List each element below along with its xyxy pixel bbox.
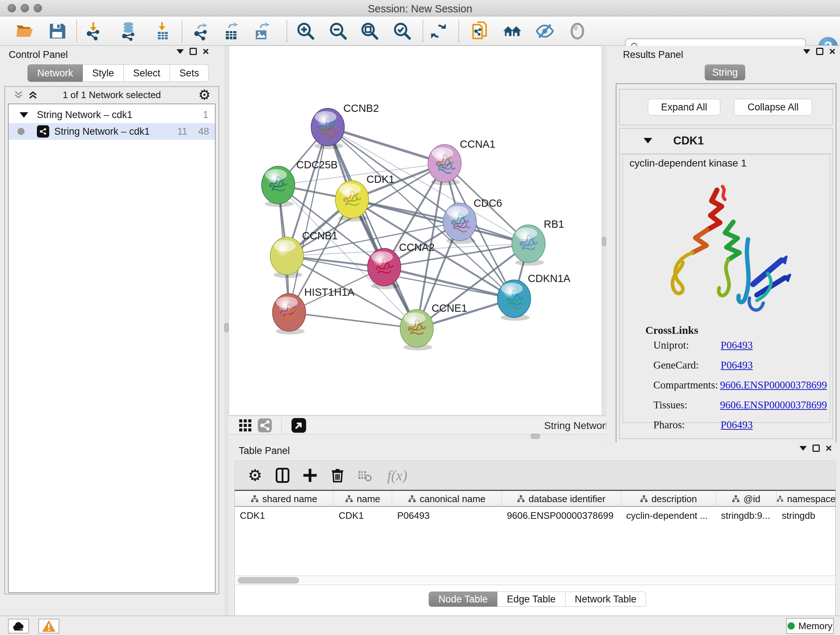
panel-close-icon[interactable]: × <box>829 48 836 55</box>
node-HIST1H1A[interactable] <box>272 294 306 334</box>
tab-network[interactable]: Network <box>27 65 83 82</box>
panel-close-icon[interactable]: × <box>202 48 209 55</box>
splitter-handle[interactable] <box>531 434 540 439</box>
column-header-database-identifier[interactable]: database identifier <box>502 491 621 507</box>
tab-sets[interactable]: Sets <box>170 65 209 82</box>
gear-icon[interactable]: ⚙ <box>198 88 210 102</box>
control-panel-title: Control Panel <box>9 49 68 60</box>
node-label-HIST1H1A: HIST1H1A <box>304 287 355 298</box>
panel-float-icon[interactable] <box>813 445 820 452</box>
expand-all-button[interactable]: Expand All <box>648 99 720 116</box>
home-icon[interactable] <box>502 21 523 41</box>
edge-CCNB2-CCNA1[interactable] <box>328 127 445 163</box>
crosslink-label: Tissues: <box>653 399 720 411</box>
zoom-out-icon[interactable] <box>328 21 348 41</box>
table-row[interactable]: CDK1CDK1P064939606.ENSP00000378699cyclin… <box>235 508 835 524</box>
panel-menu-icon[interactable] <box>799 446 807 451</box>
edge-CCNB2-CCNE1[interactable] <box>328 127 417 328</box>
tab-string[interactable]: String <box>705 65 745 80</box>
crosslink-link[interactable]: 9606.ENSP00000378699 <box>720 399 827 411</box>
left-splitter[interactable] <box>224 46 229 616</box>
node-CCNA1[interactable] <box>428 144 461 185</box>
tab-style[interactable]: Style <box>83 65 124 82</box>
tab-network-table[interactable]: Network Table <box>565 592 646 607</box>
crosslink-link[interactable]: P06493 <box>721 359 753 371</box>
import-network-file-icon[interactable] <box>84 21 104 41</box>
export-image-icon[interactable] <box>252 21 272 41</box>
crosslink-link[interactable]: 9606.ENSP00000378699 <box>720 379 827 391</box>
node-CCNB1[interactable] <box>270 237 303 278</box>
panel-menu-icon[interactable] <box>177 49 184 54</box>
memory-label: Memory <box>798 621 832 632</box>
column-header--id[interactable]: @id <box>716 491 777 507</box>
node-RB1[interactable] <box>512 225 545 266</box>
tree-expand-icon[interactable] <box>19 112 28 118</box>
edge-HIST1H1A-CCNE1[interactable] <box>289 312 417 328</box>
delete-table-icon <box>355 465 375 486</box>
panel-close-icon[interactable]: × <box>826 445 832 452</box>
network-share-icon[interactable] <box>255 415 275 435</box>
panel-float-icon[interactable] <box>189 48 197 55</box>
crosslink-link[interactable]: P06493 <box>721 419 753 431</box>
node-CDC25B[interactable] <box>262 166 295 207</box>
import-string-file-icon[interactable] <box>470 21 491 41</box>
network-graph[interactable]: CCNB2CCNA1CDC25BCDK1CDC6RB1CCNB1CCNA2CDK… <box>229 46 602 415</box>
cloud-button[interactable] <box>8 619 29 633</box>
column-header-description[interactable]: description <box>621 491 716 507</box>
protein-section-header[interactable]: CDK1 <box>620 128 832 154</box>
section-collapse-icon[interactable] <box>644 138 652 143</box>
export-network-icon[interactable] <box>191 21 211 41</box>
export-table-icon[interactable] <box>221 21 242 41</box>
node-CDKN1A[interactable] <box>497 280 531 321</box>
cell--id[interactable]: stringdb:9... <box>716 508 777 524</box>
import-network-database-icon[interactable] <box>118 21 139 41</box>
add-column-icon[interactable] <box>300 465 320 486</box>
import-table-file-icon[interactable] <box>153 21 173 41</box>
cell-database-identifier[interactable]: 9606.ENSP00000378699 <box>502 508 621 524</box>
zoom-fit-icon[interactable] <box>360 21 380 41</box>
column-header-shared-name[interactable]: shared name <box>235 491 333 507</box>
cell-namespace[interactable]: stringdb <box>777 508 836 524</box>
splitter-handle[interactable] <box>602 237 606 246</box>
grid-view-icon[interactable] <box>235 415 256 435</box>
control-panel: Control Panel × NetworkStyleSelectSets 1… <box>0 46 224 600</box>
hide-panels-eye-icon[interactable] <box>535 21 555 41</box>
column-header-name[interactable]: name <box>333 491 392 507</box>
tab-node-table[interactable]: Node Table <box>429 592 497 607</box>
column-header-namespace[interactable]: namespace <box>777 491 836 507</box>
delete-column-trash-icon[interactable] <box>327 465 347 486</box>
warnings-button[interactable] <box>38 619 59 633</box>
scrollbar-thumb[interactable] <box>238 577 299 584</box>
table-hscrollbar[interactable] <box>234 576 836 585</box>
table-settings-gear-icon[interactable]: ⚙ <box>245 465 265 486</box>
node-CCNB2[interactable] <box>311 108 344 149</box>
tab-edge-table[interactable]: Edge Table <box>497 592 565 607</box>
cell-canonical-name[interactable]: P06493 <box>392 508 502 524</box>
cell-description[interactable]: cyclin-dependent ... <box>621 508 716 524</box>
open-session-icon[interactable] <box>14 21 35 41</box>
panel-menu-icon[interactable] <box>803 49 810 54</box>
zoom-selected-icon[interactable] <box>392 21 412 41</box>
panel-float-icon[interactable] <box>816 48 823 55</box>
splitter-handle[interactable] <box>224 323 229 333</box>
birds-eye-view-icon[interactable] <box>289 415 309 435</box>
collapse-all-button[interactable]: Collapse All <box>734 99 812 116</box>
cell-shared-name[interactable]: CDK1 <box>235 508 333 524</box>
show-columns-icon[interactable] <box>272 465 293 486</box>
crosslink-label: Compartments: <box>653 379 720 391</box>
node-CCNE1[interactable] <box>400 310 433 350</box>
cell-name[interactable]: CDK1 <box>333 508 392 524</box>
tab-select[interactable]: Select <box>124 65 170 82</box>
right-splitter[interactable] <box>602 46 606 442</box>
memory-button[interactable]: Memory <box>786 618 834 634</box>
network-canvas[interactable]: CCNB2CCNA1CDC25BCDK1CDC6RB1CCNB1CCNA2CDK… <box>229 46 602 416</box>
zoom-in-icon[interactable] <box>295 21 316 41</box>
crosslink-link[interactable]: P06493 <box>721 339 753 351</box>
save-session-icon[interactable] <box>47 21 67 41</box>
network-collection-row[interactable]: String Network – cdk1 1 <box>9 106 215 123</box>
network-row-selected[interactable]: String Network – cdk1 11 48 <box>9 123 215 140</box>
refresh-icon[interactable] <box>428 21 448 41</box>
toolbar-separator <box>458 20 459 42</box>
memory-status-icon <box>788 622 795 630</box>
column-header-canonical-name[interactable]: canonical name <box>392 491 502 507</box>
